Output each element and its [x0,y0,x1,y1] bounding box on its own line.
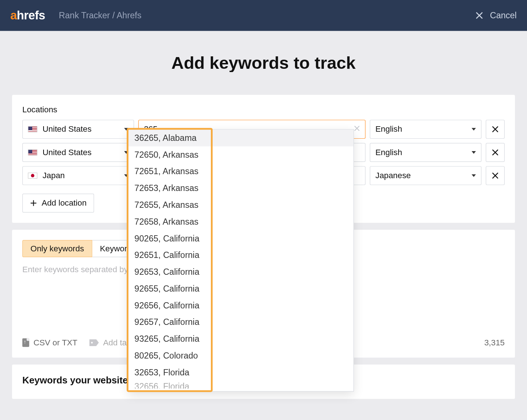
language-label: Japanese [375,171,411,180]
flag-jp-icon [28,173,37,179]
suggestion-item[interactable]: 32653, Florida [128,364,354,381]
flag-us-icon [28,126,37,132]
suggestion-item[interactable]: 92657, California [128,314,354,331]
country-select[interactable]: United States [22,120,134,139]
upload-label: CSV or TXT [34,338,78,348]
locations-label: Locations [22,105,505,115]
flag-us-icon [28,149,37,155]
country-label: United States [42,124,91,134]
suggestion-item[interactable]: 90265, California [128,230,354,247]
breadcrumb[interactable]: Rank Tracker / Ahrefs [59,11,142,20]
upload-csv-button[interactable]: CSV or TXT [22,338,77,348]
close-icon [475,11,484,20]
add-location-label: Add location [42,198,87,208]
suggestion-item[interactable]: 72658, Arkansas [128,213,354,230]
keyword-count: 3,315 [484,338,505,348]
file-upload-icon [22,338,29,347]
app-header: ahrefs Rank Tracker / Ahrefs Cancel [0,0,527,31]
suggestion-item[interactable]: 92653, California [128,264,354,281]
chevron-down-icon [472,151,476,154]
country-select[interactable]: United States [22,143,134,162]
suggestion-item[interactable]: 80265, Colorado [128,347,354,364]
plus-icon [30,199,37,207]
suggestion-item[interactable]: 92656, California [128,297,354,314]
logo-rest: hrefs [17,8,45,22]
language-select[interactable]: Japanese [370,166,481,185]
suggestion-item[interactable]: 92651, California [128,247,354,264]
remove-location-button[interactable] [486,120,505,139]
language-select[interactable]: English [370,143,481,162]
suggestion-item[interactable]: 72653, Arkansas [128,180,354,197]
chevron-down-icon [472,128,476,131]
location-suggestions-dropdown: 36265, Alabama 72650, Arkansas 72651, Ar… [128,129,354,391]
locations-card: Locations United States English [12,95,515,223]
suggestion-item[interactable]: 93265, California [128,331,354,348]
remove-location-button[interactable] [486,166,505,185]
page-title: Add keywords to track [12,53,515,73]
language-select[interactable]: English [370,120,481,139]
suggestion-item[interactable]: 36265, Alabama [128,130,354,146]
logo[interactable]: ahrefs [10,8,45,22]
cancel-label: Cancel [490,11,517,20]
chevron-down-icon [472,174,476,177]
close-icon [491,148,499,157]
remove-location-button[interactable] [486,143,505,162]
suggestion-item[interactable]: 32656, Florida [128,381,354,389]
suggestion-item[interactable]: 72651, Arkansas [128,163,354,180]
tag-icon [89,339,99,346]
language-label: English [375,148,402,157]
add-location-button[interactable]: Add location [22,194,94,213]
suggestion-item[interactable]: 72655, Arkansas [128,197,354,214]
suggestion-item[interactable]: 92655, California [128,280,354,297]
logo-a: a [10,8,17,22]
tab-only-keywords[interactable]: Only keywords [22,240,92,257]
country-select[interactable]: Japan [22,166,134,185]
country-label: Japan [42,171,65,180]
country-label: United States [42,148,91,157]
header-left: ahrefs Rank Tracker / Ahrefs [10,8,141,22]
language-label: English [375,124,402,134]
close-icon [491,171,499,180]
close-icon [491,125,499,134]
cancel-button[interactable]: Cancel [475,11,517,20]
suggestion-item[interactable]: 72650, Arkansas [128,146,354,163]
